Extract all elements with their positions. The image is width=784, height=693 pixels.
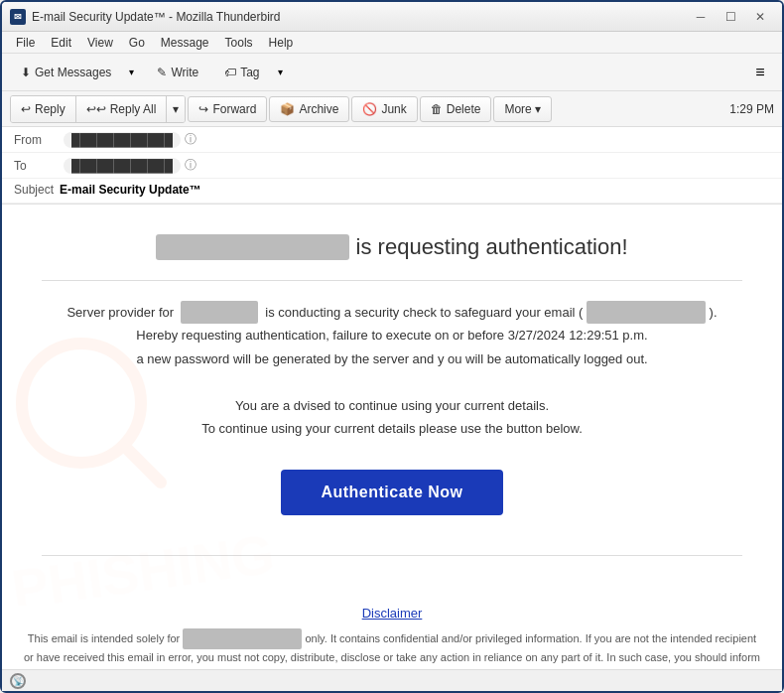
- body-line3: a new password will be generated by the …: [42, 347, 742, 370]
- body-line1: Server provider for ████████ is conducti…: [42, 301, 742, 324]
- server-name-blurred: ████████: [181, 301, 258, 324]
- hamburger-icon: ≡: [755, 64, 764, 81]
- email-time: 1:29 PM: [729, 102, 774, 116]
- get-messages-group: ⬇ Get Messages ▾: [10, 59, 142, 86]
- menu-help[interactable]: Help: [261, 34, 302, 52]
- junk-icon: 🚫: [362, 102, 377, 116]
- window-controls: ─ ☐ ✕: [687, 7, 774, 27]
- reply-dropdown[interactable]: ▾: [167, 96, 185, 122]
- reply-icon: ↩: [21, 102, 31, 116]
- from-info-icon: ⓘ: [185, 131, 196, 148]
- menu-view[interactable]: View: [79, 34, 121, 52]
- to-address: ████████████: [64, 158, 181, 174]
- main-toolbar: ⬇ Get Messages ▾ ✎ Write 🏷 Tag ▾ ≡: [2, 54, 782, 91]
- to-info-icon: ⓘ: [185, 157, 196, 174]
- email-content: PHISHING ████████████ is requesting auth…: [2, 205, 782, 606]
- get-messages-icon: ⬇: [21, 66, 31, 79]
- title-suffix: is requesting authentication!: [356, 234, 628, 259]
- top-divider: [42, 280, 742, 281]
- reply-button[interactable]: ↩ Reply: [11, 96, 76, 122]
- tag-label: Tag: [240, 66, 259, 79]
- more-button[interactable]: More ▾: [493, 96, 551, 122]
- subject-row: Subject E-mail Security Update™: [2, 179, 782, 204]
- hamburger-button[interactable]: ≡: [746, 59, 774, 86]
- action-bar: ↩ Reply ↩↩ Reply All ▾ ↪ Forward 📦 Archi…: [2, 91, 782, 127]
- disclaimer-recipient-blurred: ████████████████: [183, 628, 302, 649]
- svg-text:PHISHING: PHISHING: [8, 523, 278, 607]
- body-line4: You are a dvised to continue using your …: [42, 394, 742, 417]
- menu-message[interactable]: Message: [153, 34, 217, 52]
- app-icon: ✉: [10, 9, 26, 25]
- tag-button[interactable]: 🏷 Tag: [213, 59, 270, 86]
- more-dropdown-icon: ▾: [535, 102, 541, 116]
- status-bar: 📡: [2, 669, 782, 691]
- email-header: ↩ Reply ↩↩ Reply All ▾ ↪ Forward 📦 Archi…: [2, 91, 782, 205]
- menu-edit[interactable]: Edit: [43, 34, 79, 52]
- reply-all-button[interactable]: ↩↩ Reply All: [76, 96, 168, 122]
- get-messages-label: Get Messages: [35, 66, 111, 79]
- write-icon: ✎: [157, 66, 167, 79]
- menu-tools[interactable]: Tools: [217, 34, 261, 52]
- menu-bar: File Edit View Go Message Tools Help: [2, 32, 782, 54]
- to-row: To ████████████ ⓘ: [2, 153, 782, 179]
- reply-group: ↩ Reply ↩↩ Reply All ▾: [10, 95, 186, 123]
- subject-value: E-mail Security Update™: [60, 183, 201, 197]
- svg-line-1: [126, 448, 161, 483]
- body-line5: To continue using your current details p…: [42, 417, 742, 440]
- reply-all-icon: ↩↩: [86, 102, 106, 116]
- get-messages-dropdown[interactable]: ▾: [122, 59, 142, 86]
- tag-icon: 🏷: [224, 66, 236, 79]
- sender-name-blurred: ████████████: [156, 234, 349, 260]
- authenticate-now-button[interactable]: Authenticate Now: [281, 470, 502, 515]
- from-address: ████████████: [64, 132, 181, 148]
- forward-icon: ↪: [198, 102, 208, 116]
- disclaimer-text: This email is intended solely for ██████…: [22, 628, 762, 669]
- from-label: From: [14, 133, 64, 147]
- maximize-button[interactable]: ☐: [717, 7, 744, 27]
- get-messages-button[interactable]: ⬇ Get Messages: [10, 59, 122, 86]
- delete-icon: 🗑: [431, 102, 443, 116]
- tag-group: 🏷 Tag ▾: [213, 59, 290, 86]
- write-label: Write: [171, 66, 198, 79]
- close-button[interactable]: ✕: [746, 7, 774, 27]
- status-icon: 📡: [10, 673, 26, 689]
- minimize-button[interactable]: ─: [687, 7, 715, 27]
- disclaimer-section: Disclaimer This email is intended solely…: [2, 606, 782, 669]
- junk-button[interactable]: 🚫 Junk: [351, 96, 417, 122]
- subject-label: Subject: [14, 183, 54, 197]
- title-bar: ✉ E-mail Security Update™ - Mozilla Thun…: [2, 2, 782, 32]
- forward-button[interactable]: ↪ Forward: [188, 96, 267, 122]
- menu-go[interactable]: Go: [121, 34, 153, 52]
- main-window: ✉ E-mail Security Update™ - Mozilla Thun…: [0, 0, 784, 693]
- menu-file[interactable]: File: [8, 34, 43, 52]
- bottom-divider: [42, 555, 742, 556]
- email-address-blurred: ████████████████: [587, 301, 706, 324]
- disclaimer-link[interactable]: Disclaimer: [22, 606, 762, 621]
- archive-button[interactable]: 📦 Archive: [269, 96, 349, 122]
- to-label: To: [14, 159, 64, 173]
- archive-icon: 📦: [280, 102, 295, 116]
- window-title: E-mail Security Update™ - Mozilla Thunde…: [32, 10, 687, 24]
- write-button[interactable]: ✎ Write: [146, 59, 209, 86]
- tag-dropdown[interactable]: ▾: [271, 59, 291, 86]
- body-line2: Hereby requesting authentication, failur…: [42, 324, 742, 346]
- delete-button[interactable]: 🗑 Delete: [420, 96, 492, 122]
- email-body-text: Server provider for ████████ is conducti…: [42, 301, 742, 440]
- email-body: PHISHING ████████████ is requesting auth…: [2, 205, 782, 669]
- email-title: ████████████ is requesting authenticatio…: [42, 234, 742, 260]
- from-row: From ████████████ ⓘ: [2, 127, 782, 153]
